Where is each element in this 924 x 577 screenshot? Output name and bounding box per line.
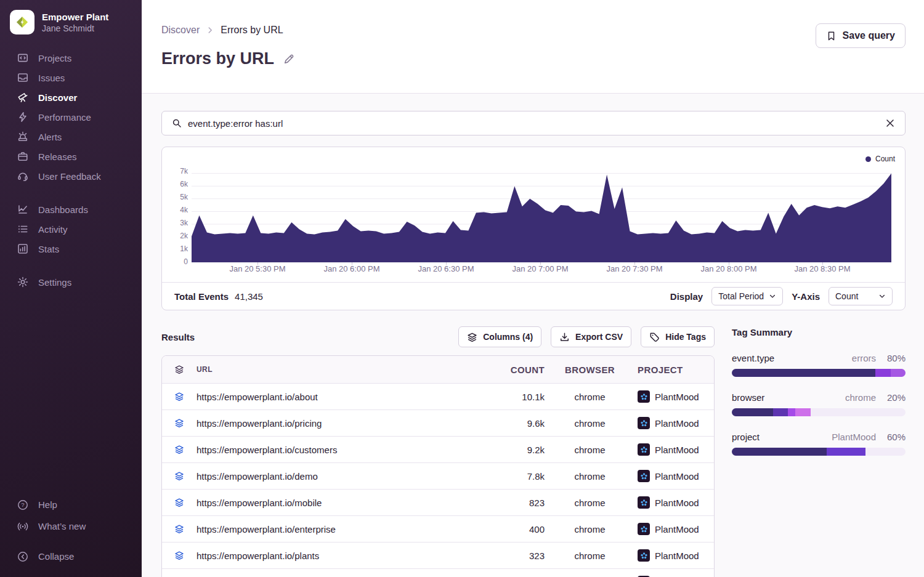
releases-icon: [17, 151, 28, 162]
tag-bar-segment[interactable]: [732, 448, 827, 456]
sidebar-item-stats[interactable]: Stats: [0, 239, 142, 259]
tag-distribution-bar[interactable]: [732, 448, 906, 456]
sidebar-item-discover[interactable]: Discover: [0, 87, 142, 107]
hide-tags-button[interactable]: Hide Tags: [641, 326, 715, 347]
activity-icon: [17, 224, 28, 235]
sidebar-item-alerts[interactable]: Alerts: [0, 127, 142, 147]
url-cell[interactable]: https://empowerplant.io/about: [197, 392, 437, 402]
tag-bar-segment[interactable]: [732, 369, 875, 377]
clear-search-icon[interactable]: [885, 118, 895, 128]
table-row[interactable]: https://empowerplant.io/about10.1kchrome…: [162, 384, 714, 410]
total-events-value: 41,345: [235, 291, 263, 302]
tag-bar-segment[interactable]: [773, 408, 788, 416]
col-header-url[interactable]: URL: [197, 365, 437, 374]
stack-icon[interactable]: [162, 445, 197, 454]
legend-item-count[interactable]: Count: [865, 155, 895, 163]
url-cell[interactable]: https://empowerplant.io/plants: [197, 551, 437, 561]
sidebar-item-label: Alerts: [38, 132, 62, 142]
columns-button[interactable]: Columns (4): [458, 326, 541, 347]
sidebar-item-performance[interactable]: Performance: [0, 107, 142, 127]
user-name: Jane Schmidt: [42, 23, 108, 34]
x-axis-tick: Jan 20 7:00 PM: [512, 264, 568, 273]
table-row[interactable]: https://empowerplant.io/demo7.8kchromePl…: [162, 463, 714, 490]
display-dropdown[interactable]: Total Period: [711, 287, 783, 305]
org-name: Empower Plant: [42, 11, 108, 23]
url-cell[interactable]: https://empowerplant.io/customers: [197, 445, 437, 455]
stack-icon[interactable]: [162, 471, 197, 481]
tag-block-browser: browser chrome 20%: [732, 392, 906, 416]
tag-distribution-bar[interactable]: [732, 408, 906, 416]
export-csv-button[interactable]: Export CSV: [551, 326, 631, 347]
tag-bar-segment[interactable]: [732, 408, 773, 416]
stack-icon[interactable]: [162, 392, 197, 401]
yaxis-dropdown[interactable]: Count: [829, 287, 893, 305]
app-window: Empower Plant Jane Schmidt Projects Issu…: [0, 0, 924, 577]
sidebar-collapse-button[interactable]: Collapse: [0, 546, 142, 567]
project-avatar-icon: [638, 549, 650, 562]
breadcrumb-discover-link[interactable]: Discover: [161, 25, 200, 36]
save-query-button[interactable]: Save query: [816, 23, 906, 48]
stack-icon[interactable]: [162, 418, 197, 428]
org-switcher[interactable]: Empower Plant Jane Schmidt: [0, 0, 142, 38]
count-cell: 323: [437, 551, 545, 561]
project-avatar-icon: [638, 470, 650, 482]
project-cell: PlantMood: [635, 523, 715, 535]
url-cell[interactable]: https://empowerplant.io/demo: [197, 471, 437, 482]
url-cell[interactable]: https://empowerplant.io/pricing: [197, 418, 437, 429]
sidebar-item-whats-new[interactable]: What’s new: [0, 515, 142, 537]
sidebar-item-label: User Feedback: [38, 171, 101, 182]
tag-top-value: chrome: [845, 392, 876, 403]
table-row[interactable]: https://empowerplant.io/customers9.2kchr…: [162, 437, 714, 463]
x-axis-tick: Jan 20 8:30 PM: [794, 264, 850, 273]
sidebar-item-projects[interactable]: Projects: [0, 48, 142, 68]
browser-cell: chrome: [545, 498, 635, 508]
stack-icon[interactable]: [162, 551, 197, 560]
search-input[interactable]: event.type:error has:url: [188, 118, 879, 129]
tag-bar-segment[interactable]: [788, 408, 795, 416]
tag-summary-title: Tag Summary: [732, 326, 906, 337]
sidebar-item-help[interactable]: ? Help: [0, 494, 142, 515]
sidebar-item-releases[interactable]: Releases: [0, 147, 142, 166]
search-bar[interactable]: event.type:error has:url: [161, 111, 906, 135]
edit-title-pencil-icon[interactable]: [283, 53, 295, 65]
col-header-project[interactable]: PROJECT: [635, 365, 715, 375]
sidebar-item-label: Performance: [38, 112, 91, 123]
sidebar-item-label: Issues: [38, 73, 65, 83]
tag-bar-segment[interactable]: [875, 369, 891, 377]
table-row[interactable]: https://empowerplant.io/enterprise400chr…: [162, 516, 714, 543]
tag-bar-segment[interactable]: [795, 408, 811, 416]
count-cell: 10.1k: [437, 392, 545, 402]
tag-block-project: project PlantMood 60%: [732, 432, 906, 456]
sidebar-item-label: Collapse: [38, 551, 74, 562]
yaxis-label: Y-Axis: [792, 291, 820, 302]
tag-bar-segment[interactable]: [827, 448, 865, 456]
tag-bar-segment[interactable]: [891, 369, 906, 377]
url-cell[interactable]: https://empowerplant.io/enterprise: [197, 524, 437, 535]
tag-distribution-bar[interactable]: [732, 369, 906, 377]
sidebar: Empower Plant Jane Schmidt Projects Issu…: [0, 0, 142, 577]
projects-icon: [17, 52, 28, 63]
project-name: PlantMood: [655, 551, 699, 561]
table-row[interactable]: https://empowerplant.io/careers310chrome…: [162, 569, 714, 577]
performance-icon: [17, 111, 28, 123]
browser-cell: chrome: [545, 445, 635, 455]
table-row[interactable]: https://empowerplant.io/pricing9.6kchrom…: [162, 410, 714, 437]
stack-icon[interactable]: [162, 498, 197, 507]
x-axis-tick: Jan 20 7:30 PM: [606, 264, 662, 273]
sidebar-item-issues[interactable]: Issues: [0, 68, 142, 87]
sidebar-item-label: What’s new: [38, 521, 86, 531]
y-axis-tick: 6k: [164, 180, 188, 188]
sidebar-item-user-feedback[interactable]: User Feedback: [0, 166, 142, 186]
table-row[interactable]: https://empowerplant.io/mobile823chromeP…: [162, 490, 714, 516]
browser-cell: chrome: [545, 551, 635, 561]
table-row[interactable]: https://empowerplant.io/plants323chromeP…: [162, 543, 714, 569]
col-header-count[interactable]: COUNT: [437, 365, 545, 375]
results-section: Results Columns (4) Export CSV: [161, 326, 715, 577]
url-cell[interactable]: https://empowerplant.io/mobile: [197, 498, 437, 508]
stack-icon[interactable]: [162, 365, 197, 374]
sidebar-item-dashboards[interactable]: Dashboards: [0, 200, 142, 219]
stack-icon[interactable]: [162, 524, 197, 534]
sidebar-item-activity[interactable]: Activity: [0, 219, 142, 239]
col-header-browser[interactable]: BROWSER: [545, 365, 635, 375]
sidebar-item-settings[interactable]: Settings: [0, 272, 142, 292]
